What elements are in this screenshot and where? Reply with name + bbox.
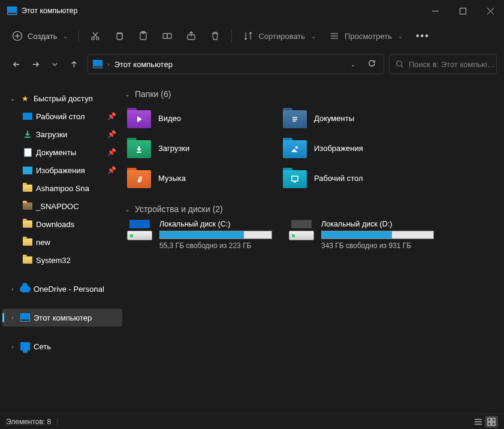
close-button[interactable] <box>476 0 504 22</box>
share-button[interactable] <box>180 25 203 47</box>
create-label: Создать <box>28 32 57 41</box>
recent-button[interactable] <box>46 55 64 73</box>
svg-rect-35 <box>492 418 495 421</box>
chevron-right-icon: › <box>8 343 17 350</box>
search-input[interactable]: Поиск в: Этот компью… <box>389 54 497 74</box>
folder-документы[interactable]: Документы <box>280 105 424 131</box>
drive-free: 343 ГБ свободно из 931 ГБ <box>321 241 434 250</box>
sidebar-item-label: Рабочий стол <box>36 112 105 121</box>
refresh-button[interactable] <box>364 59 380 70</box>
paste-button[interactable] <box>132 25 155 47</box>
drive-локальный-диск-c-[interactable]: Локальный диск (C:)55,3 ГБ свободно из 2… <box>125 220 272 250</box>
group-folders-header[interactable]: ⌄ Папки (6) <box>125 89 497 99</box>
separator <box>231 29 232 43</box>
content-area: ⌄ Папки (6) ВидеоДокументыЗагрузкиИзобра… <box>125 80 504 413</box>
cut-button[interactable] <box>84 25 107 47</box>
sidebar-item-_snapdoc[interactable]: _SNAPDOC <box>2 197 122 215</box>
folder-icon <box>127 168 151 188</box>
sort-button[interactable]: Сортировать ⌄ <box>237 25 322 47</box>
chevron-down-icon: ⌄ <box>125 90 130 98</box>
maximize-button[interactable] <box>449 0 476 22</box>
group-drives-header[interactable]: ⌄ Устройства и диски (2) <box>125 204 497 214</box>
sidebar-item-downloads[interactable]: Downloads <box>2 215 122 233</box>
folder-изображения[interactable]: Изображения <box>280 135 424 161</box>
folder-видео[interactable]: Видео <box>125 105 268 131</box>
svg-rect-15 <box>167 34 171 38</box>
cloud-icon <box>19 283 31 294</box>
sidebar-item-label: OneDrive - Personal <box>34 285 122 294</box>
svg-rect-14 <box>163 34 167 38</box>
view-label: Просмотреть <box>345 32 392 41</box>
pin-icon: 📌 <box>107 112 116 120</box>
view-details-button[interactable] <box>472 416 485 428</box>
folder-icon <box>283 108 307 128</box>
chevron-down-icon: ⌄ <box>125 206 130 213</box>
folder-icon <box>127 108 151 128</box>
drive-icon <box>127 220 152 240</box>
sidebar-item-ashampoo-sna[interactable]: Ashampoo Sna <box>2 179 122 197</box>
separator <box>79 29 79 43</box>
svg-point-8 <box>96 37 99 40</box>
sidebar-item-загрузки[interactable]: Загрузки📌 <box>2 125 122 143</box>
drive-name: Локальный диск (C:) <box>159 220 272 228</box>
svg-line-21 <box>402 66 403 68</box>
create-button[interactable]: Создать ⌄ <box>6 25 74 47</box>
group-label: Устройства и диски (2) <box>135 204 223 214</box>
sidebar-item-label: Downloads <box>36 220 122 229</box>
sidebar-item-new[interactable]: new <box>2 233 122 251</box>
sidebar-thispc[interactable]: › Этот компьютер <box>2 309 122 327</box>
star-icon: ★ <box>19 93 31 104</box>
address-dropdown[interactable]: ⌄ <box>346 61 360 68</box>
folder-icon <box>283 168 307 188</box>
folder-рабочий стол[interactable]: Рабочий стол <box>280 165 424 191</box>
up-button[interactable] <box>65 55 83 73</box>
chevron-down-icon: ⌄ <box>311 33 316 40</box>
svg-line-10 <box>93 32 97 37</box>
sidebar-item-рабочий-стол[interactable]: Рабочий стол📌 <box>2 107 122 125</box>
view-button[interactable]: Просмотреть ⌄ <box>323 25 409 47</box>
sidebar-quick-access[interactable]: ⌄ ★ Быстрый доступ <box>2 89 122 107</box>
sidebar-item-system32[interactable]: System32 <box>2 251 122 269</box>
drive-free: 55,3 ГБ свободно из 223 ГБ <box>159 241 272 250</box>
search-placeholder: Поиск в: Этот компью… <box>409 60 495 69</box>
more-button[interactable]: ••• <box>410 25 436 47</box>
pin-icon: 📌 <box>107 130 116 138</box>
view-tiles-button[interactable] <box>485 416 498 428</box>
sidebar-network[interactable]: › Сеть <box>2 337 122 355</box>
rename-button[interactable] <box>156 25 179 47</box>
sidebar-item-label: Загрузки <box>36 130 105 139</box>
folder-загрузки[interactable]: Загрузки <box>125 135 268 161</box>
sidebar-item-label: Ashampoo Sna <box>36 184 122 193</box>
sidebar-item-label: Быстрый доступ <box>34 94 122 103</box>
breadcrumb[interactable]: Этот компьютер <box>114 60 173 69</box>
svg-rect-11 <box>117 34 122 40</box>
picture-icon <box>22 165 34 176</box>
folder-dark-icon <box>22 201 34 212</box>
delete-button[interactable] <box>204 25 227 47</box>
network-icon <box>19 341 31 352</box>
toolbar: Создать ⌄ Сортировать ⌄ Просмотреть ⌄ ••… <box>0 22 504 50</box>
folder-icon <box>22 183 34 194</box>
svg-rect-1 <box>460 8 466 14</box>
sidebar-onedrive[interactable]: › OneDrive - Personal <box>2 280 122 298</box>
chevron-right-icon: › <box>8 315 17 321</box>
sidebar-item-изображения[interactable]: Изображения📌 <box>2 161 122 179</box>
svg-rect-29 <box>292 176 298 181</box>
svg-point-7 <box>92 37 94 40</box>
svg-rect-36 <box>488 422 491 425</box>
copy-button[interactable] <box>108 25 131 47</box>
sidebar-item-документы[interactable]: Документы📌 <box>2 143 122 161</box>
svg-marker-22 <box>137 116 142 122</box>
minimize-button[interactable] <box>421 0 449 22</box>
back-button[interactable] <box>7 55 25 73</box>
sidebar-item-label: _SNAPDOC <box>36 202 122 211</box>
breadcrumb-sep: › <box>107 61 110 68</box>
titlebar: Этот компьютер <box>0 0 504 22</box>
drive-локальный-диск-d-[interactable]: Локальный диск (D:)343 ГБ свободно из 93… <box>286 220 434 250</box>
status-bar: Элементов: 8 <box>0 413 504 429</box>
folder-музыка[interactable]: Музыка <box>125 165 268 191</box>
download-icon <box>22 129 34 140</box>
forward-button[interactable] <box>26 55 44 73</box>
thispc-icon <box>93 60 102 68</box>
address-bar[interactable]: › Этот компьютер ⌄ <box>87 54 384 74</box>
